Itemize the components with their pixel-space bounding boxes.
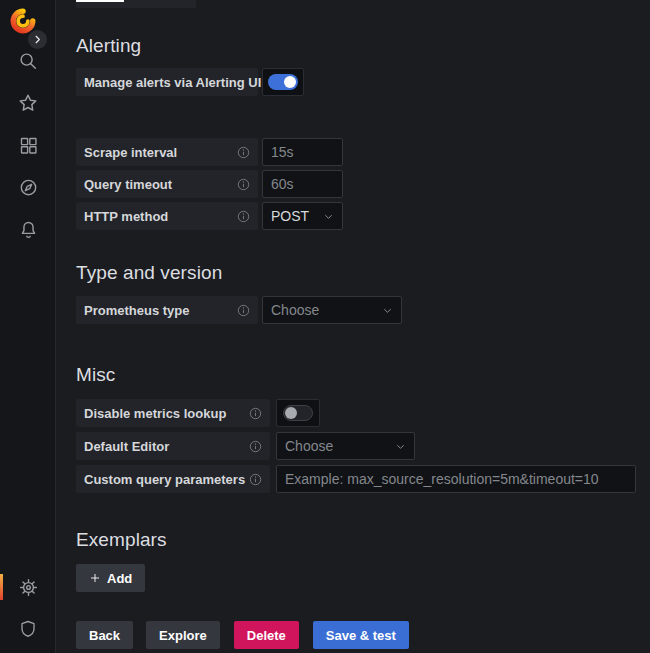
toggle-knob	[284, 76, 296, 88]
field-label: Custom query parameters	[84, 472, 245, 487]
search-icon	[17, 50, 39, 72]
plus-icon	[89, 572, 101, 584]
sidebar-item-server-admin[interactable]	[8, 615, 48, 643]
chevron-right-icon	[32, 34, 43, 45]
info-icon[interactable]	[249, 440, 262, 453]
info-icon[interactable]	[237, 146, 250, 159]
sidebar-item-search[interactable]	[8, 47, 48, 75]
field-label-box: Default Editor	[76, 432, 270, 460]
field-label: Prometheus type	[84, 303, 189, 318]
apps-grid-icon	[18, 135, 39, 156]
default-editor-select[interactable]: Choose	[276, 432, 415, 460]
field-label-box: Query timeout	[76, 170, 258, 198]
field-label-box: Scrape interval	[76, 138, 258, 166]
field-row-custom-query-parameters: Custom query parameters	[76, 465, 650, 493]
http-method-value: POST	[271, 208, 309, 224]
footer-actions: Back Explore Delete Save & test	[76, 621, 650, 649]
active-underline	[76, 0, 124, 2]
sidebar-active-indicator	[0, 574, 3, 600]
misc-group: Disable metrics lookup Default Editor Ch…	[76, 399, 650, 493]
chevron-down-icon	[395, 441, 406, 452]
query-timeout-input[interactable]	[262, 170, 343, 198]
field-label: Default Editor	[84, 439, 169, 454]
custom-query-parameters-input[interactable]	[276, 465, 636, 493]
bell-icon	[18, 219, 39, 240]
disable-metrics-lookup-toggle[interactable]	[276, 399, 320, 427]
add-exemplar-button[interactable]: Add	[76, 564, 145, 592]
field-label-box: Manage alerts via Alerting UI	[76, 68, 258, 96]
gear-icon	[18, 577, 39, 598]
field-label-box: Disable metrics lookup	[76, 399, 270, 427]
toggle-off	[283, 405, 313, 421]
field-row-manage-alerts: Manage alerts via Alerting UI	[76, 68, 650, 96]
compass-icon	[18, 177, 39, 198]
info-icon[interactable]	[249, 407, 262, 420]
prometheus-type-placeholder: Choose	[271, 302, 319, 318]
field-row-default-editor: Default Editor Choose	[76, 432, 650, 460]
prometheus-type-select[interactable]: Choose	[262, 296, 402, 324]
field-label-box: Prometheus type	[76, 296, 258, 324]
info-icon[interactable]	[237, 210, 250, 223]
sidebar-item-explore[interactable]	[8, 173, 48, 201]
field-label: HTTP method	[84, 209, 168, 224]
field-label: Query timeout	[84, 177, 172, 192]
field-row-http-method: HTTP method POST	[76, 202, 650, 230]
sidebar-item-dashboards[interactable]	[8, 131, 48, 159]
field-row-scrape-interval: Scrape interval	[76, 138, 650, 166]
chevron-down-icon	[323, 211, 334, 222]
section-title-exemplars: Exemplars	[76, 530, 650, 550]
sidebar-item-configuration[interactable]	[8, 573, 48, 601]
back-button[interactable]: Back	[76, 621, 133, 649]
http-method-select[interactable]: POST	[262, 202, 343, 230]
field-label-box: HTTP method	[76, 202, 258, 230]
field-label-box: Custom query parameters	[76, 465, 270, 493]
field-row-prometheus-type: Prometheus type Choose	[76, 296, 650, 324]
sidebar-item-starred[interactable]	[8, 89, 48, 117]
datasource-settings-page: Alerting Manage alerts via Alerting UI S…	[56, 0, 650, 653]
chevron-down-icon	[382, 305, 393, 316]
shield-icon	[18, 619, 38, 639]
info-icon[interactable]	[237, 178, 250, 191]
info-icon[interactable]	[237, 304, 250, 317]
field-label: Scrape interval	[84, 145, 177, 160]
delete-button[interactable]: Delete	[234, 621, 299, 649]
truncated-element-top	[76, 0, 196, 8]
toggle-on	[268, 74, 298, 90]
field-label: Manage alerts via Alerting UI	[84, 75, 261, 90]
field-row-disable-metrics-lookup: Disable metrics lookup	[76, 399, 650, 427]
sidebar	[0, 0, 56, 653]
section-title-type-and-version: Type and version	[76, 263, 650, 283]
section-title-alerting: Alerting	[76, 36, 650, 56]
default-editor-placeholder: Choose	[285, 438, 333, 454]
manage-alerts-toggle[interactable]	[262, 68, 304, 96]
field-label: Disable metrics lookup	[84, 406, 226, 421]
http-settings-group: Scrape interval Query timeout HTTP metho…	[76, 138, 650, 230]
scrape-interval-input[interactable]	[262, 138, 343, 166]
add-button-label: Add	[107, 571, 132, 586]
star-icon	[17, 92, 39, 114]
toggle-knob	[285, 407, 297, 419]
field-row-query-timeout: Query timeout	[76, 170, 650, 198]
save-and-test-button[interactable]: Save & test	[313, 621, 409, 649]
explore-button[interactable]: Explore	[146, 621, 220, 649]
section-title-misc: Misc	[76, 365, 650, 385]
info-icon[interactable]	[249, 473, 262, 486]
sidebar-item-alerting[interactable]	[8, 215, 48, 243]
